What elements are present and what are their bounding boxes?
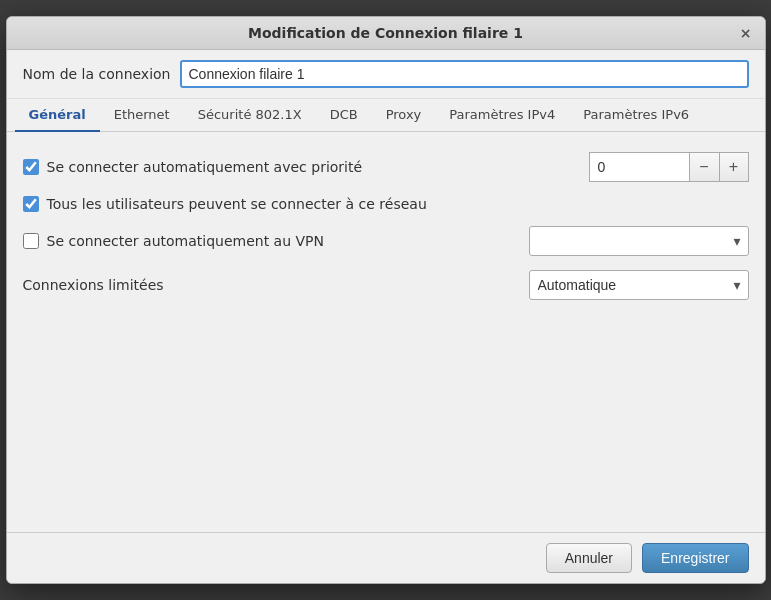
tab-ethernet[interactable]: Ethernet [100, 99, 184, 132]
connection-name-input[interactable] [180, 60, 748, 88]
dialog-title: Modification de Connexion filaire 1 [248, 25, 523, 41]
all-users-label[interactable]: Tous les utilisateurs peuvent se connect… [23, 196, 749, 212]
auto-connect-row: Se connecter automatiquement avec priori… [23, 152, 749, 182]
auto-vpn-label[interactable]: Se connecter automatiquement au VPN [23, 233, 529, 249]
cancel-button[interactable]: Annuler [546, 543, 632, 573]
tab-content-general: Se connecter automatiquement avec priori… [7, 132, 765, 532]
tab-security[interactable]: Sécurité 802.1X [184, 99, 316, 132]
tab-ipv6[interactable]: Paramètres IPv6 [569, 99, 703, 132]
tab-general[interactable]: Général [15, 99, 100, 132]
priority-plus-button[interactable]: + [719, 152, 749, 182]
connection-name-row: Nom de la connexion [7, 50, 765, 99]
priority-input[interactable] [589, 152, 689, 182]
limited-connections-dropdown-container: Automatique Jamais Toujours ▾ [529, 270, 749, 300]
tab-ipv4[interactable]: Paramètres IPv4 [435, 99, 569, 132]
auto-vpn-checkbox[interactable] [23, 233, 39, 249]
vpn-dropdown[interactable] [529, 226, 749, 256]
dialog: Modification de Connexion filaire 1 × No… [6, 16, 766, 584]
limited-connections-dropdown[interactable]: Automatique Jamais Toujours [529, 270, 749, 300]
footer: Annuler Enregistrer [7, 532, 765, 583]
connection-name-label: Nom de la connexion [23, 66, 171, 82]
vpn-dropdown-container: ▾ [529, 226, 749, 256]
titlebar: Modification de Connexion filaire 1 × [7, 17, 765, 50]
all-users-checkbox[interactable] [23, 196, 39, 212]
all-users-row: Tous les utilisateurs peuvent se connect… [23, 196, 749, 212]
auto-vpn-row: Se connecter automatiquement au VPN ▾ [23, 226, 749, 256]
priority-control: − + [589, 152, 749, 182]
limited-connections-label: Connexions limitées [23, 277, 529, 293]
auto-connect-checkbox[interactable] [23, 159, 39, 175]
close-button[interactable]: × [737, 24, 755, 42]
priority-minus-button[interactable]: − [689, 152, 719, 182]
tabs-bar: Général Ethernet Sécurité 802.1X DCB Pro… [7, 99, 765, 132]
auto-connect-label[interactable]: Se connecter automatiquement avec priori… [23, 159, 589, 175]
limited-connections-row: Connexions limitées Automatique Jamais T… [23, 270, 749, 300]
save-button[interactable]: Enregistrer [642, 543, 748, 573]
tab-proxy[interactable]: Proxy [372, 99, 436, 132]
tab-dcb[interactable]: DCB [316, 99, 372, 132]
